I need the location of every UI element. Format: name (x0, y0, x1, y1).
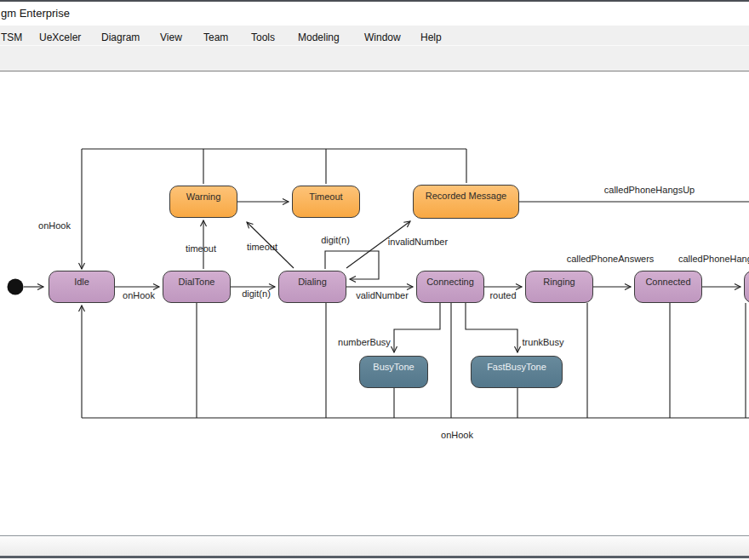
label-onhook-top[interactable]: onHook (38, 220, 71, 231)
state-label: Dialing (298, 277, 327, 287)
label-calledphonehangsup-top[interactable]: calledPhoneHangsUp (604, 185, 695, 195)
label-digit-n[interactable]: digit(n) (242, 289, 271, 299)
state-recorded-message[interactable]: Recorded Message (413, 185, 519, 219)
application-window: gm Enterprise TSM UeXceler Diagram View … (0, 0, 749, 560)
label-timeout-1[interactable]: timeout (186, 243, 216, 254)
initial-state-dot[interactable] (8, 279, 24, 295)
label-validnumber[interactable]: validNumber (356, 290, 409, 300)
label-digit-n-selfloop[interactable]: digit(n) (321, 235, 350, 245)
state-busytone[interactable]: BusyTone (359, 356, 428, 388)
label-timeout-2[interactable]: timeout (247, 242, 277, 252)
state-label: Timeout (309, 191, 342, 202)
label-calledphonehangsup-right[interactable]: calledPhoneHangsUp (678, 254, 749, 264)
state-label: Recorded Message (426, 191, 506, 201)
state-ringing[interactable]: Ringing (525, 271, 593, 303)
state-label: Connecting (426, 277, 474, 287)
state-warning[interactable]: Warning (169, 186, 237, 218)
label-onhook-mid[interactable]: onHook (123, 290, 155, 300)
state-connected[interactable]: Connected (634, 271, 702, 303)
edge-connecting-fastbusytone[interactable] (466, 303, 517, 352)
label-numberbusy[interactable]: numberBusy (338, 337, 391, 347)
state-fastbusytone[interactable]: FastBusyTone (471, 356, 563, 388)
state-connecting[interactable]: Connecting (416, 271, 484, 303)
state-label: BusyTone (373, 362, 414, 372)
label-routed[interactable]: routed (489, 290, 516, 300)
state-clipped-right[interactable] (744, 271, 749, 303)
state-dialtone[interactable]: DialTone (163, 271, 231, 303)
state-label: DialTone (179, 277, 215, 287)
status-bar (0, 535, 749, 558)
state-label: FastBusyTone (487, 362, 546, 372)
label-invalidnumber[interactable]: invalidNumber (388, 237, 448, 247)
state-label: Connected (645, 277, 690, 287)
state-label: Idle (74, 277, 89, 287)
state-idle[interactable]: Idle (49, 271, 115, 303)
label-onhook-bottom[interactable]: onHook (441, 430, 473, 440)
rail-top-onhook[interactable] (82, 149, 466, 184)
edge-connecting-busytone[interactable] (394, 303, 440, 352)
state-label: Warning (186, 191, 221, 202)
state-timeout[interactable]: Timeout (292, 186, 360, 218)
state-dialing[interactable]: Dialing (278, 271, 346, 303)
label-trunkbusy[interactable]: trunkBusy (523, 337, 564, 347)
state-label: Ringing (543, 277, 575, 287)
label-calledphoneanswers[interactable]: calledPhoneAnswers (567, 254, 655, 264)
